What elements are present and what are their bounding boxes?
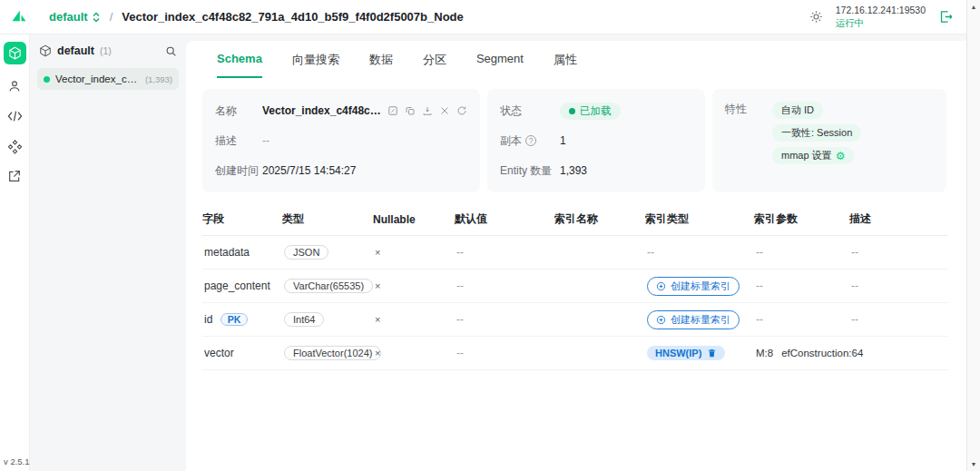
default-value: -- — [456, 280, 556, 292]
breadcrumb-separator: / — [110, 10, 113, 24]
plus-circle-icon — [656, 281, 666, 291]
theme-toggle-sun-icon[interactable] — [809, 10, 823, 24]
nullable-value: × — [375, 280, 456, 291]
header-index-type: 索引类型 — [645, 211, 754, 227]
type-pill: Int64 — [284, 312, 324, 327]
create-scalar-index-button[interactable]: 创建标量索引 — [647, 277, 740, 296]
tab-properties[interactable]: 属性 — [554, 52, 577, 78]
name-actions — [387, 105, 467, 116]
search-icon[interactable] — [165, 45, 177, 57]
feature-mmap-badge: mmap 设置 ⚙ — [772, 147, 854, 164]
field-name: page_content — [204, 280, 284, 292]
name-card: 名称 Vector_index_c4f48c82_79... — [202, 89, 480, 192]
description-value: -- — [851, 280, 948, 292]
nav-external-link-icon[interactable] — [6, 168, 23, 184]
nav-database-icon[interactable] — [4, 42, 26, 64]
breadcrumb-collection-title: Vector_index_c4f48c82_791a_4d10_b5f9_f4f… — [122, 10, 464, 24]
disconnect-icon[interactable] — [938, 9, 954, 25]
primary-key-pill: PK — [220, 313, 249, 326]
tab-bar: Schema 向量搜索 数据 分区 Segment 属性 — [202, 52, 948, 78]
app-body: default (1) Vector_index_c4f48c8... (1,3… — [30, 34, 966, 471]
scrollbar-down-arrow[interactable]: ▼ — [967, 461, 980, 467]
field-name: vector — [204, 347, 284, 359]
download-icon[interactable] — [422, 105, 433, 116]
chevron-updown-icon — [92, 12, 101, 23]
database-cube-icon — [39, 44, 52, 57]
description-value: -- — [851, 313, 948, 326]
nav-segments-icon[interactable] — [6, 138, 23, 154]
scrollbar-up-arrow[interactable]: ▲ — [967, 4, 980, 10]
default-value: -- — [456, 313, 556, 326]
replica-info-icon[interactable]: ? — [525, 135, 536, 146]
refresh-icon[interactable] — [456, 105, 467, 116]
topbar-right: 172.16.12.241:19530 运行中 — [809, 5, 954, 29]
field-name: metadata — [204, 246, 284, 259]
nav-rail — [0, 34, 30, 471]
copy-icon[interactable] — [405, 105, 416, 116]
default-value: -- — [456, 347, 556, 359]
table-row-metadata: metadata JSON × -- -- -- -- — [202, 236, 948, 270]
status-card: 状态 已加载 副本 ? 1 Entity 数量 — [487, 89, 705, 192]
overview-cards: 名称 Vector_index_c4f48c82_79... — [202, 89, 948, 192]
index-param-m: M:8 — [756, 348, 773, 358]
server-status: 运行中 — [836, 17, 926, 30]
collections-panel: default (1) Vector_index_c4f48c8... (1,3… — [30, 34, 186, 471]
tab-data[interactable]: 数据 — [369, 52, 393, 78]
panel-database-name: default — [57, 44, 94, 57]
mmap-settings-gear-icon[interactable]: ⚙ — [836, 150, 846, 162]
nullable-value: × — [375, 348, 456, 358]
index-params-value: -- — [756, 313, 851, 326]
app-logo-icon — [9, 7, 29, 27]
drop-collection-icon[interactable] — [439, 105, 450, 116]
top-bar: default / Vector_index_c4f48c82_791a_4d1… — [0, 0, 966, 34]
header-index-params: 索引参数 — [754, 211, 849, 227]
table-row-vector: vector FloatVector(1024) × -- HNSW(IP) M… — [202, 337, 948, 370]
nav-user-icon[interactable] — [6, 78, 23, 94]
collection-item-name: Vector_index_c4f48c8... — [55, 74, 140, 84]
schema-table: 字段 类型 Nullable 默认值 索引名称 索引类型 索引参数 描述 met… — [202, 201, 948, 370]
panel-database-count: (1) — [100, 45, 112, 56]
created-label: 创建时间 — [215, 163, 262, 179]
index-type-value: -- — [647, 246, 756, 259]
field-name: id — [204, 313, 212, 326]
delete-index-trash-icon[interactable] — [707, 348, 717, 358]
index-type-pill[interactable]: HNSW(IP) — [647, 346, 725, 360]
nav-code-icon[interactable] — [6, 108, 23, 124]
description-value: -- — [851, 246, 948, 259]
features-card: 特性 自动 ID 一致性: Session mmap 设置 ⚙ — [712, 89, 946, 192]
table-row-page-content: page_content VarChar(65535) × -- 创建标量索引 … — [202, 270, 948, 303]
entity-count-label: Entity 数量 — [500, 163, 560, 179]
create-scalar-index-button[interactable]: 创建标量索引 — [647, 310, 740, 329]
header-description: 描述 — [849, 211, 948, 227]
database-name: default — [49, 10, 88, 24]
app-window: default / Vector_index_c4f48c82_791a_4d1… — [0, 0, 980, 471]
description-value: -- — [262, 134, 270, 147]
tab-vector-search[interactable]: 向量搜索 — [292, 52, 339, 78]
collections-panel-header: default (1) — [37, 43, 179, 59]
default-value: -- — [456, 246, 556, 259]
table-row-id: id PK Int64 × -- 创建标量索引 -- -- — [202, 303, 948, 337]
tab-segment[interactable]: Segment — [476, 52, 524, 78]
status-dot — [569, 108, 575, 114]
tab-schema[interactable]: Schema — [217, 52, 262, 78]
page-scrollbar[interactable]: ▲ ▼ — [966, 0, 980, 471]
type-pill: VarChar(65535) — [284, 279, 373, 293]
tab-partitions[interactable]: 分区 — [423, 52, 446, 78]
nullable-value: × — [375, 314, 456, 325]
description-value: -- — [851, 347, 948, 359]
index-params-value: -- — [756, 246, 851, 259]
header-field: 字段 — [202, 211, 282, 227]
collection-list-item[interactable]: Vector_index_c4f48c8... (1,393) — [37, 68, 179, 90]
nullable-value: × — [375, 247, 456, 258]
status-label: 状态 — [500, 103, 560, 119]
feature-auto-id-badge: 自动 ID — [772, 102, 823, 119]
server-address: 172.16.12.241:19530 — [836, 5, 926, 17]
status-badge: 已加载 — [560, 103, 621, 120]
header-nullable: Nullable — [373, 213, 455, 226]
replica-value: 1 — [560, 134, 566, 147]
features-label: 特性 — [725, 102, 772, 117]
database-selector[interactable]: default — [49, 10, 101, 24]
rename-icon[interactable] — [387, 105, 398, 116]
type-pill: FloatVector(1024) — [284, 346, 381, 360]
loaded-status-dot — [44, 76, 50, 83]
